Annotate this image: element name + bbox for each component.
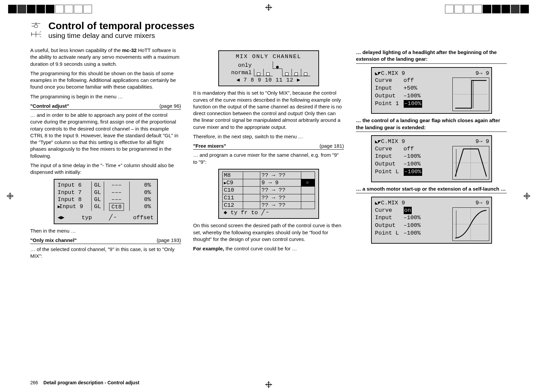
- paragraph: The input of a time delay in the "- Time…: [30, 162, 181, 176]
- example-heading-1: … delayed lighting of a headlight after …: [356, 49, 507, 64]
- crosshair-left-icon: [7, 193, 13, 199]
- registration-marks-tl: [8, 5, 92, 13]
- intro-paragraph: A useful, but less known capability of t…: [30, 47, 181, 67]
- svg-rect-2: [34, 25, 38, 28]
- paragraph: … of the selected control channel, "9" i…: [30, 246, 181, 260]
- paragraph: … and program a curve mixer for the same…: [193, 152, 344, 165]
- screen-free-mixers: M8?? → ??C99 → 9▷C10?? → ??C11?? → ??C12…: [218, 169, 319, 219]
- screen-mix-only: MIX ONLY CHANNEL only normal ◀ 7 8 9 10 …: [218, 50, 319, 86]
- paragraph: Therefore, in the next step, switch to t…: [193, 133, 344, 140]
- column-2: MIX ONLY CHANNEL only normal ◀ 7 8 9 10 …: [193, 47, 344, 262]
- screen-curve-a: ◣◤C.MIX 99→ 9 CurveoffInput+50%Output–10…: [371, 67, 492, 114]
- paragraph: Then in the menu …: [30, 228, 181, 234]
- column-3: … delayed lighting of a headlight after …: [356, 47, 507, 262]
- paragraph: The programming is begin in the menu …: [30, 93, 181, 100]
- paragraph: It is mandatory that this is set to "Onl…: [193, 90, 344, 131]
- paragraph: For example, the control curve could be …: [193, 245, 344, 252]
- svg-line-4: [40, 31, 41, 33]
- paragraph: On this second screen the desired path o…: [193, 222, 344, 243]
- example-heading-3: … a smooth motor start-up or the extensi…: [356, 186, 507, 193]
- paragraph: … and in order to be able to approach an…: [30, 112, 181, 159]
- crosshair-top-icon: [265, 4, 272, 11]
- page-footer: 266Detail program description - Control …: [30, 380, 139, 385]
- paragraph: The programming for this should be shown…: [30, 70, 181, 91]
- column-1: A useful, but less known capability of t…: [30, 47, 181, 262]
- screen-curve-b: ◣◤C.MIX 99→ 9 CurveoffInput–100%Output–1…: [371, 135, 492, 182]
- page-title: Control of temporal processes: [48, 20, 194, 32]
- svg-line-5: [40, 36, 41, 37]
- crosshair-right-icon: [524, 193, 530, 199]
- screen-curve-c: ◣◤C.MIX 99→ 9 CurveonInput–100%Output–10…: [371, 197, 492, 244]
- registration-marks-tr: [445, 5, 529, 13]
- crosshair-bottom-icon: [265, 381, 272, 388]
- heli-side-icon: [30, 22, 42, 30]
- page-subtitle: using time delay and curve mixers: [48, 32, 194, 40]
- plane-top-icon: [30, 31, 42, 38]
- section-only-mix: "Only mix channel"(page 193): [30, 237, 181, 244]
- screen-input-table: Input 6GL–––0%Input 7GL–––0%Input 8GL–––…: [54, 179, 158, 224]
- example-heading-2: … the control of a landing gear flap whi…: [356, 117, 507, 132]
- header-icons: [30, 22, 42, 38]
- section-free-mixers: "Free mixers"(page 181): [193, 143, 344, 150]
- section-control-adjust: "Control adjust"(page 96): [30, 103, 181, 110]
